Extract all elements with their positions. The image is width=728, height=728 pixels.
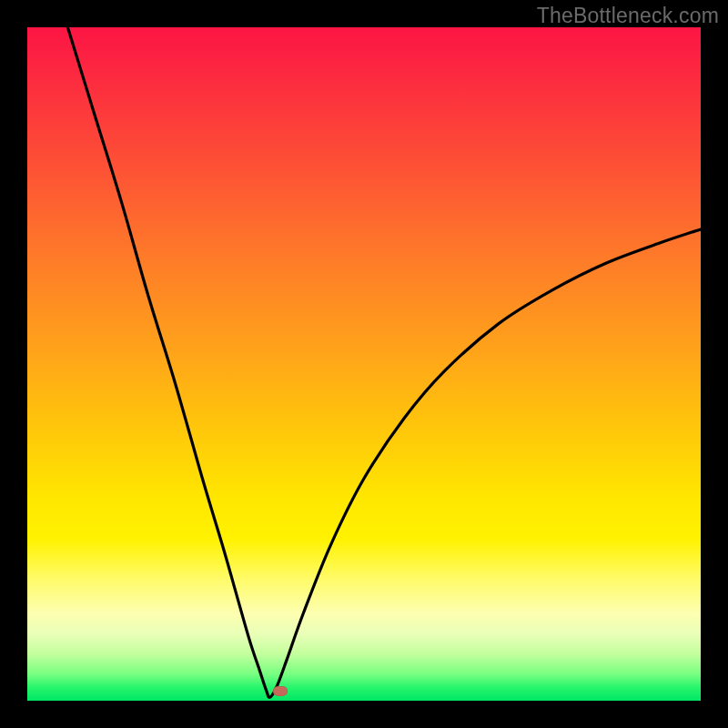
plot-area xyxy=(27,27,701,701)
curve-path xyxy=(67,27,701,697)
bottleneck-curve xyxy=(27,27,701,701)
outer-frame: TheBottleneck.com xyxy=(0,0,728,728)
watermark-text: TheBottleneck.com xyxy=(537,4,719,28)
vertex-marker xyxy=(273,686,288,696)
